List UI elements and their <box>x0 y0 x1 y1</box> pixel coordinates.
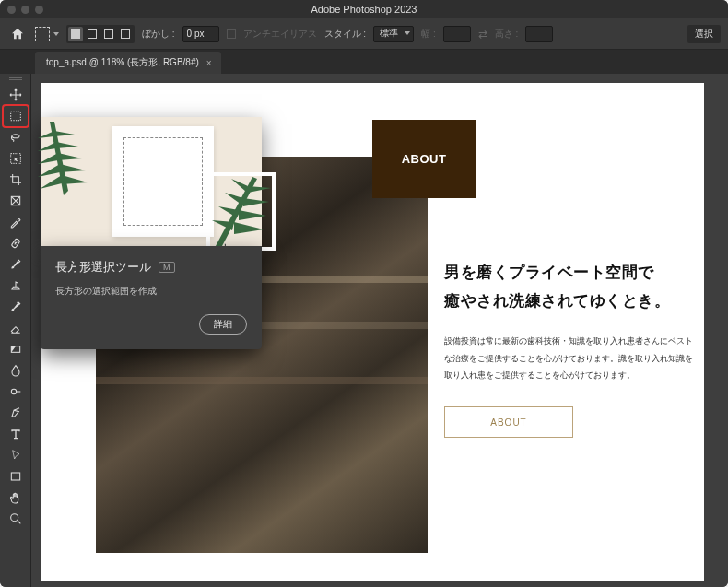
selection-new[interactable] <box>68 27 83 41</box>
height-input <box>525 26 553 42</box>
body-text: 設備投資は常に最新の歯科技術・知識を取り入れ患者さんにベストな治療をご提供するこ… <box>444 333 698 385</box>
move-tool[interactable] <box>4 85 28 105</box>
clone-stamp-tool[interactable] <box>4 276 28 296</box>
svg-rect-6 <box>11 473 19 480</box>
artboard: ABOUT 男を磨くプライベート空間で 癒やされ洗練されてゆくとき。 設備投資は… <box>41 83 704 581</box>
lasso-tool[interactable] <box>4 127 28 147</box>
selection-subtract[interactable] <box>101 27 116 41</box>
frame-tool[interactable] <box>4 191 28 211</box>
panel-grip-icon[interactable] <box>9 77 22 80</box>
tool-tooltip: 長方形選択ツール M 長方形の選択範囲を作成 詳細 <box>41 246 262 349</box>
tooltip-description: 長方形の選択範囲を作成 <box>55 285 247 298</box>
path-selection-tool[interactable] <box>4 445 28 465</box>
swap-dims-icon: ⇄ <box>478 28 487 41</box>
selection-intersect[interactable] <box>118 27 133 41</box>
zoom-tool[interactable] <box>4 509 28 529</box>
selection-mode-group <box>66 25 135 43</box>
tooltip-title: 長方形選択ツール <box>55 259 151 276</box>
hand-tool[interactable] <box>4 487 28 508</box>
close-tab-icon[interactable]: × <box>206 58 212 68</box>
marquee-indicator-icon <box>35 27 50 41</box>
svg-point-5 <box>11 389 16 393</box>
feather-input[interactable] <box>182 26 219 42</box>
height-label: 高さ : <box>495 28 519 41</box>
antialias-checkbox <box>227 29 236 39</box>
headline: 男を磨くプライベート空間で 癒やされ洗練されてゆくとき。 <box>444 258 698 316</box>
width-label: 幅 : <box>421 28 436 41</box>
history-brush-tool[interactable] <box>4 297 28 317</box>
options-bar: ぼかし : アンチエイリアス スタイル : 標準 幅 : ⇄ 高さ : 選択 <box>0 18 728 50</box>
document-tabs: top_a.psd @ 118% (長方形, RGB/8#) × <box>0 50 728 74</box>
object-selection-tool[interactable] <box>4 148 28 169</box>
pen-tool[interactable] <box>4 403 28 423</box>
app-title: Adobe Photoshop 2023 <box>311 4 417 15</box>
close-window-icon[interactable] <box>7 6 16 14</box>
document-tab[interactable]: top_a.psd @ 118% (長方形, RGB/8#) × <box>35 52 221 74</box>
tooltip-detail-button[interactable]: 詳細 <box>199 314 247 335</box>
document-tab-title: top_a.psd @ 118% (長方形, RGB/8#) <box>46 56 199 69</box>
style-label: スタイル : <box>324 28 367 41</box>
feather-label: ぼかし : <box>142 28 175 41</box>
maximize-window-icon[interactable] <box>35 6 43 14</box>
antialias-label: アンチエイリアス <box>243 28 317 41</box>
window-controls <box>7 6 43 14</box>
brush-tool[interactable] <box>4 254 28 275</box>
blur-tool[interactable] <box>4 360 28 381</box>
leaf-illustration-left <box>36 112 100 205</box>
rectangular-marquee-tool[interactable] <box>4 106 28 126</box>
crop-tool[interactable] <box>4 170 28 190</box>
copy-block: 男を磨くプライベート空間で 癒やされ洗練されてゆくとき。 設備投資は常に最新の歯… <box>444 258 698 438</box>
rectangle-shape-tool[interactable] <box>4 466 28 487</box>
canvas-area[interactable]: ABOUT 男を磨くプライベート空間で 癒やされ洗練されてゆくとき。 設備投資は… <box>31 74 728 587</box>
selection-add[interactable] <box>85 27 100 41</box>
svg-point-7 <box>10 514 18 522</box>
tools-panel <box>0 74 31 587</box>
eraser-tool[interactable] <box>4 318 28 338</box>
titlebar: Adobe Photoshop 2023 <box>0 0 728 18</box>
photo-frame <box>112 126 214 237</box>
about-badge: ABOUT <box>372 120 476 198</box>
style-select[interactable]: 標準 <box>373 26 414 42</box>
tooltip-preview <box>41 117 262 246</box>
svg-rect-0 <box>10 112 20 120</box>
spot-healing-tool[interactable] <box>4 233 28 253</box>
leaf-illustration-right <box>206 172 276 251</box>
minimize-window-icon[interactable] <box>21 6 29 14</box>
home-button[interactable] <box>7 24 28 44</box>
dodge-tool[interactable] <box>4 382 28 402</box>
type-tool[interactable] <box>4 424 28 444</box>
eyedropper-tool[interactable] <box>4 212 28 232</box>
gradient-tool[interactable] <box>4 339 28 359</box>
width-input <box>443 26 471 42</box>
tooltip-shortcut: M <box>159 262 175 273</box>
select-mask-button[interactable]: 選択 <box>687 25 721 43</box>
about-button[interactable]: ABOUT <box>444 406 573 438</box>
